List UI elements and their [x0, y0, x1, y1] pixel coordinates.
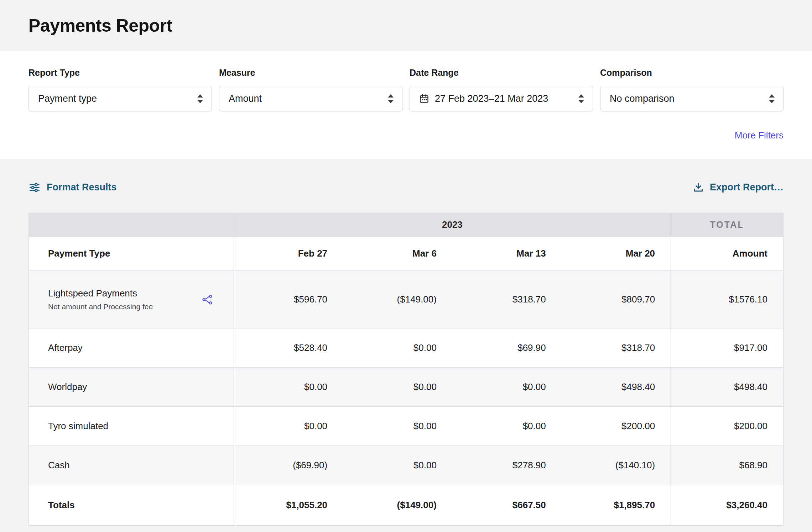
value-cell: $0.00 [234, 368, 343, 407]
filter-group-measure: Measure Amount [219, 68, 402, 111]
column-header-payment-type: Payment Type [29, 237, 234, 271]
date-range-value: 27 Feb 2023–21 Mar 2023 [435, 93, 548, 104]
comparison-label: Comparison [600, 68, 784, 78]
results-toolbar: Format Results Export Report… [28, 182, 784, 193]
sliders-icon [28, 182, 41, 193]
value-cell: $318.70 [562, 328, 671, 368]
date-range-select[interactable]: 27 Feb 2023–21 Mar 2023 [410, 86, 593, 111]
totals-value-cell: $1,055.20 [234, 485, 343, 526]
payment-type-cell: Afterpay [29, 328, 234, 368]
payment-subtitle: Net amount and Processing fee [48, 302, 153, 311]
filter-group-date-range: Date Range 27 Feb 202 [410, 68, 593, 111]
payment-name: Lightspeed Payments [48, 288, 153, 299]
results-section: Format Results Export Report… [0, 159, 812, 532]
format-results-button[interactable]: Format Results [28, 182, 117, 193]
comparison-value: No comparison [610, 93, 675, 104]
table-row: Lightspeed Payments Net amount and Proce… [29, 271, 784, 328]
column-header-date: Mar 6 [343, 237, 452, 271]
group-header-row: 2023 TOTAL [29, 213, 784, 237]
stepper-icon [769, 94, 775, 103]
corner-cell [29, 213, 234, 237]
filter-group-comparison: Comparison No comparison [600, 68, 784, 111]
table-row: Worldpay $0.00 $0.00 $0.00 $498.40 $498.… [29, 368, 784, 407]
value-cell: ($69.90) [234, 446, 343, 485]
column-header-date: Feb 27 [234, 237, 343, 271]
report-table: 2023 TOTAL Payment Type Feb 27 Mar 6 Mar… [28, 213, 784, 526]
branch-icon[interactable] [202, 294, 213, 305]
value-cell: $498.40 [562, 368, 671, 407]
report-table-wrap: 2023 TOTAL Payment Type Feb 27 Mar 6 Mar… [28, 213, 784, 526]
value-cell: $0.00 [343, 328, 452, 368]
filter-group-report-type: Report Type Payment type [28, 68, 212, 111]
value-cell: $528.40 [234, 328, 343, 368]
export-report-button[interactable]: Export Report… [693, 182, 784, 193]
value-cell: $278.90 [452, 446, 562, 485]
table-row: Cash ($69.90) $0.00 $278.90 ($140.10) $6… [29, 446, 784, 485]
column-header-amount: Amount [671, 237, 784, 271]
total-header: TOTAL [671, 213, 784, 237]
measure-label: Measure [219, 68, 402, 78]
page-title: Payments Report [28, 15, 172, 36]
filter-panel: Report Type Payment type Measure Amount … [0, 51, 812, 159]
calendar-icon [419, 94, 429, 104]
total-value-cell: $1576.10 [671, 271, 784, 328]
totals-value-cell: ($149.00) [343, 485, 452, 526]
totals-value-cell: $667.50 [452, 485, 562, 526]
totals-row: Totals $1,055.20 ($149.00) $667.50 $1,89… [29, 485, 784, 526]
download-icon [693, 182, 704, 193]
stepper-icon [578, 94, 584, 103]
totals-value-cell: $1,895.70 [562, 485, 671, 526]
payment-type-cell: Tyro simulated [29, 407, 234, 446]
total-value-cell: $200.00 [671, 407, 784, 446]
column-header-date: Mar 20 [562, 237, 671, 271]
table-row: Tyro simulated $0.00 $0.00 $0.00 $200.00… [29, 407, 784, 446]
value-cell: $0.00 [452, 407, 562, 446]
more-filters-row: More Filters [28, 130, 784, 142]
report-type-select[interactable]: Payment type [28, 86, 212, 111]
value-cell: $0.00 [452, 368, 562, 407]
report-type-label: Report Type [28, 68, 212, 78]
report-type-value: Payment type [38, 93, 97, 104]
value-cell: $318.70 [452, 271, 562, 328]
date-range-label: Date Range [410, 68, 593, 78]
value-cell: $809.70 [562, 271, 671, 328]
export-report-label: Export Report… [710, 182, 784, 193]
total-value-cell: $917.00 [671, 328, 784, 368]
value-cell: ($149.00) [343, 271, 452, 328]
column-header-row: Payment Type Feb 27 Mar 6 Mar 13 Mar 20 … [29, 237, 784, 271]
total-value-cell: $498.40 [671, 368, 784, 407]
total-value-cell: $68.90 [671, 446, 784, 485]
more-filters-link[interactable]: More Filters [735, 130, 784, 141]
comparison-select[interactable]: No comparison [600, 86, 784, 111]
value-cell: $0.00 [234, 407, 343, 446]
table-row: Afterpay $528.40 $0.00 $69.90 $318.70 $9… [29, 328, 784, 368]
stepper-icon [197, 94, 203, 103]
measure-select[interactable]: Amount [219, 86, 402, 111]
value-cell: ($140.10) [562, 446, 671, 485]
grand-total-cell: $3,260.40 [671, 485, 784, 526]
page-header: Payments Report [0, 0, 812, 51]
year-header: 2023 [234, 213, 671, 237]
value-cell: $69.90 [452, 328, 562, 368]
payment-type-cell: Lightspeed Payments Net amount and Proce… [29, 271, 234, 328]
column-header-date: Mar 13 [452, 237, 562, 271]
measure-value: Amount [229, 93, 262, 104]
format-results-label: Format Results [47, 182, 117, 193]
totals-label: Totals [29, 485, 234, 526]
payment-type-cell: Worldpay [29, 368, 234, 407]
value-cell: $0.00 [343, 446, 452, 485]
stepper-icon [388, 94, 394, 103]
payment-type-cell: Cash [29, 446, 234, 485]
value-cell: $200.00 [562, 407, 671, 446]
value-cell: $0.00 [343, 368, 452, 407]
value-cell: $596.70 [234, 271, 343, 328]
filter-row: Report Type Payment type Measure Amount … [28, 68, 784, 111]
value-cell: $0.00 [343, 407, 452, 446]
